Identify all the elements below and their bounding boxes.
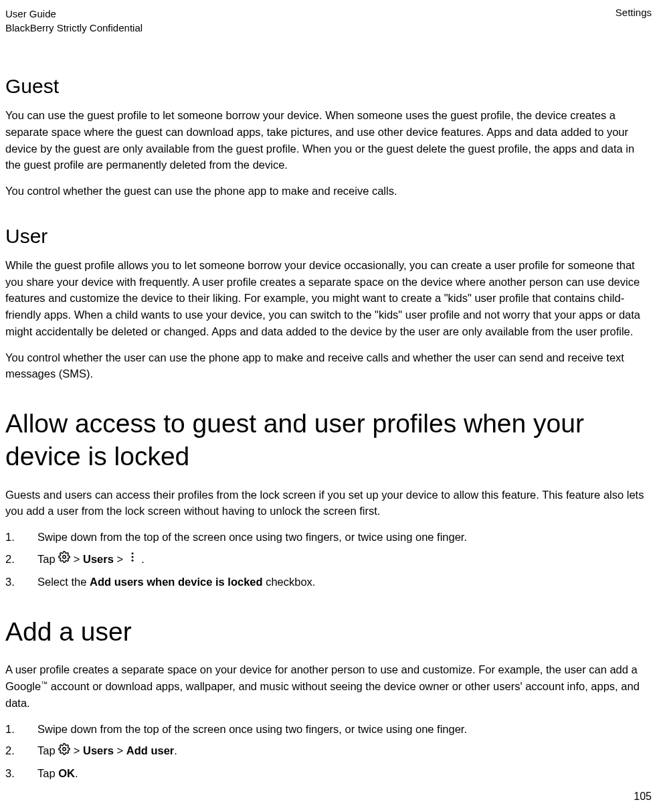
step-text: > xyxy=(116,744,126,756)
allow-step-1: Swipe down from the top of the screen on… xyxy=(5,529,652,546)
page-header: User Guide BlackBerry Strictly Confident… xyxy=(5,7,652,35)
users-label: Users xyxy=(83,744,114,756)
more-vert-icon xyxy=(126,551,138,568)
svg-point-3 xyxy=(131,560,133,562)
settings-gear-icon xyxy=(58,551,70,568)
step-text: checkbox. xyxy=(263,576,316,588)
step-text: . xyxy=(141,553,145,565)
step-text: . xyxy=(75,767,78,779)
step-text: > xyxy=(74,553,83,565)
step-text: > xyxy=(74,744,83,756)
ok-label: OK xyxy=(58,767,75,779)
page-number: 105 xyxy=(634,791,652,803)
step-text: . xyxy=(174,744,177,756)
svg-point-1 xyxy=(131,552,133,554)
header-title: User Guide xyxy=(5,7,143,21)
add-user-step-1: Swipe down from the top of the screen on… xyxy=(5,721,652,738)
allow-paragraph: Guests and users can access their profil… xyxy=(5,487,652,520)
trademark-symbol: ™ xyxy=(41,680,48,687)
checkbox-label: Add users when device is locked xyxy=(90,576,263,588)
add-user-label: Add user xyxy=(126,744,175,756)
user-paragraph-2: You control whether the user can use the… xyxy=(5,349,652,383)
add-user-step-3: Tap OK. xyxy=(5,765,652,782)
header-left: User Guide BlackBerry Strictly Confident… xyxy=(5,7,143,35)
step-text: Tap xyxy=(37,553,58,565)
step-text: Select the xyxy=(37,576,90,588)
step-text: Tap xyxy=(37,744,58,756)
allow-step-2: Tap > Users > . xyxy=(5,551,652,568)
allow-steps: Swipe down from the top of the screen on… xyxy=(5,529,652,590)
svg-point-0 xyxy=(63,556,66,559)
user-heading: User xyxy=(5,225,652,248)
step-text: > xyxy=(116,553,126,565)
allow-step-3: Select the Add users when device is lock… xyxy=(5,574,652,590)
header-subtitle: BlackBerry Strictly Confidential xyxy=(5,21,143,35)
add-user-heading: Add a user xyxy=(5,616,652,649)
header-section: Settings xyxy=(616,7,652,18)
allow-access-heading: Allow access to guest and user profiles … xyxy=(5,408,652,473)
step-text: Tap xyxy=(37,767,58,779)
svg-point-4 xyxy=(63,747,66,750)
paragraph-text: account or download apps, wallpaper, and… xyxy=(5,680,640,709)
guest-paragraph-2: You control whether the guest can use th… xyxy=(5,183,652,199)
user-paragraph-1: While the guest profile allows you to le… xyxy=(5,257,652,340)
add-user-step-2: Tap > Users > Add user. xyxy=(5,742,652,760)
add-user-steps: Swipe down from the top of the screen on… xyxy=(5,721,652,783)
users-label: Users xyxy=(83,553,114,565)
guest-paragraph-1: You can use the guest profile to let som… xyxy=(5,107,652,173)
svg-point-2 xyxy=(131,556,133,558)
add-user-paragraph: A user profile creates a separate space … xyxy=(5,661,652,711)
guest-heading: Guest xyxy=(5,75,652,98)
settings-gear-icon xyxy=(58,743,70,760)
